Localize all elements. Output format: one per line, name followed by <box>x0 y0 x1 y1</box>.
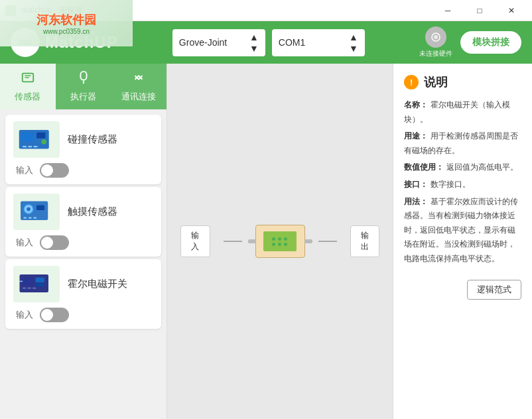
sensor-item-touch[interactable]: 触摸传感器 输入 <box>5 187 161 257</box>
svg-rect-8 <box>36 133 46 139</box>
sensor-img-1 <box>13 121 60 158</box>
sensor-io-1: 输入 <box>16 164 33 176</box>
maximize-button[interactable]: □ <box>464 0 495 21</box>
header-right: 未连接硬件 模块拼接 <box>419 27 521 58</box>
sensor-top-2: 触摸传感器 <box>13 194 153 230</box>
app-icon <box>5 5 16 16</box>
sensor-list: 碰撞传感器 输入 <box>0 109 166 419</box>
logo-area: DIO MatchUP <box>11 28 118 57</box>
grove-joint-dropdown[interactable]: Grove-Joint ▲ ▼ <box>172 29 265 56</box>
logo-text: MatchUP <box>45 33 118 52</box>
svg-rect-18 <box>24 217 27 218</box>
info-field-0: 名称： 霍尔电磁开关（输入模块）。 <box>404 98 521 127</box>
toggle-2[interactable] <box>40 235 69 250</box>
title-bar-left: matchup - 未保存 <box>5 5 83 16</box>
sensor-icon <box>21 70 35 88</box>
sensor-img-3 <box>13 266 60 302</box>
tab-sensor-label: 传感器 <box>15 91 40 103</box>
header-controls: Grove-Joint ▲ ▼ COM1 ▲ ▼ <box>129 29 409 56</box>
sensor-name-3: 霍尔电磁开关 <box>68 278 127 290</box>
chip-dots <box>272 237 288 246</box>
sensor-name-1: 碰撞传感器 <box>68 133 117 146</box>
sensor-bottom-3: 输入 <box>13 308 153 322</box>
info-value-3: 数字接口。 <box>431 180 470 189</box>
sensor-bottom-1: 输入 <box>13 163 153 178</box>
dot1 <box>272 237 275 241</box>
dropdown2-arrows: ▲ ▼ <box>349 32 358 54</box>
logo-circle: DIO <box>11 28 40 57</box>
svg-rect-22 <box>23 277 34 284</box>
module-button[interactable]: 模块拼接 <box>460 31 521 54</box>
connection-status[interactable]: 未连接硬件 <box>419 27 452 58</box>
right-panel: ! 说明 名称： 霍尔电磁开关（输入模块）。 用途： 用于检测传感器周围是否有磁… <box>393 64 532 419</box>
close-button[interactable]: ✕ <box>496 0 527 21</box>
info-label-0: 名称： <box>404 100 428 109</box>
minimize-button[interactable]: ─ <box>432 0 463 21</box>
info-title: 说明 <box>424 74 448 90</box>
tab-sensor[interactable]: 传感器 <box>0 64 56 109</box>
sensor-io-2: 输入 <box>16 237 33 249</box>
title-bar: matchup - 未保存 ─ □ ✕ <box>0 0 532 21</box>
output-node: 输出 <box>350 225 379 257</box>
dropdown1-arrows: ▲ ▼ <box>249 32 259 54</box>
toggle-3[interactable] <box>40 308 69 322</box>
svg-rect-17 <box>36 205 44 210</box>
svg-point-0 <box>7 7 14 14</box>
sensor-img-2 <box>13 194 60 230</box>
info-field-1: 用途： 用于检测传感器周围是否有磁场的存在。 <box>404 129 521 158</box>
module-chip <box>255 225 305 258</box>
svg-rect-7 <box>22 133 34 142</box>
dot5 <box>278 243 281 246</box>
sensor-io-3: 输入 <box>16 309 33 321</box>
sensor-name-2: 触摸传感器 <box>68 206 117 218</box>
conn-icon <box>425 27 446 48</box>
info-field-4: 用法： 基于霍尔效应而设计的传感器。当有检测到磁力物体接近时，返回低电平状态，显… <box>404 195 521 267</box>
svg-rect-11 <box>28 146 32 147</box>
svg-rect-25 <box>23 287 26 288</box>
logic-btn[interactable]: 逻辑范式 <box>467 280 521 300</box>
svg-rect-19 <box>29 217 32 218</box>
sensor-item-collision[interactable]: 碰撞传感器 输入 <box>5 115 161 184</box>
tab-actuator-label: 执行器 <box>70 91 96 103</box>
info-value-4: 基于霍尔效应而设计的传感器。当有检测到磁力物体接近时，返回低电平状态，显示有磁场… <box>404 197 517 263</box>
connector-left <box>224 241 242 242</box>
tab-actuator[interactable]: 执行器 <box>56 64 111 109</box>
svg-rect-12 <box>34 146 38 147</box>
input-node: 输入 <box>180 225 210 257</box>
info-label-3: 接口： <box>404 180 428 189</box>
info-field-3: 接口： 数字接口。 <box>404 178 521 192</box>
info-body: 名称： 霍尔电磁开关（输入模块）。 用途： 用于检测传感器周围是否有磁场的存在。… <box>404 98 521 267</box>
info-label-2: 数值使用： <box>404 162 444 172</box>
toggle-1[interactable] <box>40 163 69 178</box>
sensor-top-3: 霍尔电磁开关 <box>13 266 153 302</box>
dot3 <box>284 237 287 241</box>
info-field-2: 数值使用： 返回值为高低电平。 <box>404 160 521 175</box>
connector-right <box>318 241 337 242</box>
circuit-layout: 输入 输出 <box>167 64 393 419</box>
svg-rect-24 <box>36 283 45 286</box>
chip-inner <box>263 231 297 251</box>
actuator-icon <box>76 70 91 88</box>
tab-bar: 传感器 执行器 通讯连接 <box>0 64 166 109</box>
tab-comm[interactable]: 通讯连接 <box>111 64 166 109</box>
svg-rect-27 <box>33 287 36 288</box>
svg-point-9 <box>42 139 47 145</box>
svg-rect-20 <box>34 217 37 218</box>
grove-joint-value: Grove-Joint <box>179 37 244 48</box>
svg-rect-26 <box>28 287 31 288</box>
header: DIO MatchUP Grove-Joint ▲ ▼ COM1 ▲ ▼ 未连接… <box>0 21 532 64</box>
svg-rect-23 <box>36 277 45 282</box>
conn-label: 未连接硬件 <box>419 49 452 58</box>
dot6 <box>284 243 287 246</box>
info-value-2: 返回值为高低电平。 <box>446 162 518 172</box>
window-controls: ─ □ ✕ <box>432 0 527 21</box>
sensor-top-1: 碰撞传感器 <box>13 121 153 158</box>
sensor-item-hall[interactable]: 霍尔电磁开关 输入 <box>5 259 161 329</box>
info-label-4: 用法： <box>404 197 428 206</box>
tab-comm-label: 通讯连接 <box>121 91 156 103</box>
com-port-dropdown[interactable]: COM1 ▲ ▼ <box>272 29 365 56</box>
main-content: 传感器 执行器 通讯连接 <box>0 64 532 419</box>
left-panel: 传感器 执行器 通讯连接 <box>0 64 167 419</box>
window-title: matchup - 未保存 <box>21 5 83 16</box>
dot4 <box>272 243 275 246</box>
